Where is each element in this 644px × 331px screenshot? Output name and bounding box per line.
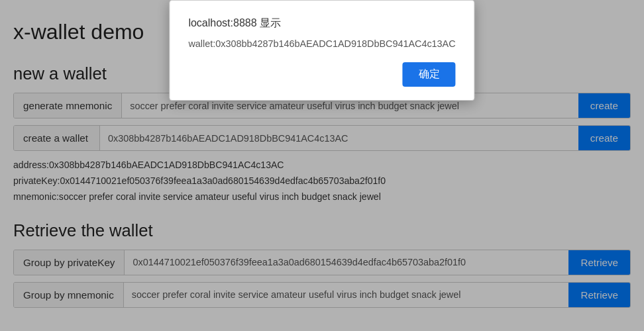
modal-dialog: localhost:8888 显示 wallet:0x308bb4287b146… — [169, 0, 474, 101]
modal-confirm-button[interactable]: 确定 — [403, 62, 456, 87]
modal-footer: 确定 — [188, 62, 455, 87]
modal-host: localhost:8888 显示 — [188, 17, 455, 30]
modal-message: wallet:0x308bb4287b146bAEADC1AD918DbBC94… — [188, 38, 455, 49]
